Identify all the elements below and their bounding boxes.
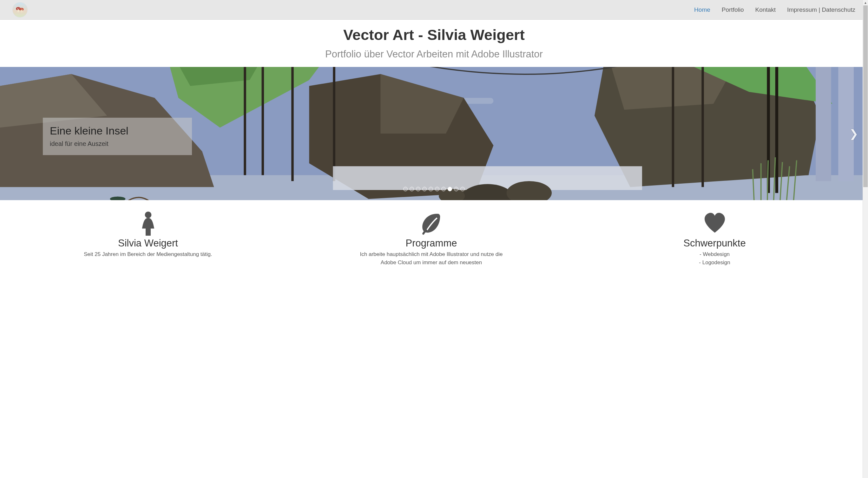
carousel-indicators — [403, 187, 465, 191]
svg-point-4 — [18, 8, 18, 8]
svg-point-7 — [22, 9, 23, 9]
feature-text: Ich arbeite hauptsächlich mit Adobe Illu… — [357, 250, 506, 266]
svg-rect-21 — [333, 67, 335, 181]
carousel-caption: Eine kleine Insel ideal für eine Auszeit — [43, 118, 192, 155]
svg-rect-3 — [21, 10, 23, 12]
scroll-thumb[interactable] — [863, 5, 868, 187]
svg-rect-23 — [702, 67, 704, 187]
svg-rect-22 — [672, 67, 674, 187]
svg-rect-16 — [816, 67, 831, 181]
mushroom-logo-icon — [14, 4, 26, 15]
svg-rect-17 — [838, 67, 854, 181]
leaf-icon — [357, 210, 506, 236]
carousel-indicator-7[interactable] — [447, 187, 452, 191]
heart-icon — [640, 210, 789, 236]
nav-link-label: Impressum | Datenschutz — [787, 6, 855, 13]
feature-text: - Webdesign - Logodesign — [640, 250, 789, 266]
carousel-next-button[interactable]: ❯ — [846, 126, 861, 141]
carousel-indicator-3[interactable] — [422, 187, 427, 191]
scroll-up-arrow-icon[interactable]: ▲ — [863, 0, 868, 5]
svg-rect-18 — [244, 67, 246, 175]
carousel-indicator-5[interactable] — [435, 187, 439, 191]
carousel-indicator-9[interactable] — [460, 187, 465, 191]
svg-rect-20 — [291, 67, 293, 181]
feature-text: Seit 25 Jahren im Bereich der Mediengest… — [73, 250, 223, 258]
nav-link-portfolio[interactable]: Portfolio — [722, 6, 744, 13]
vertical-scrollbar[interactable]: ▲ — [863, 0, 868, 269]
feature-title: Schwerpunkte — [640, 237, 789, 249]
page-title: Vector Art - Silvia Weigert — [0, 26, 868, 43]
carousel-indicator-0[interactable] — [403, 187, 408, 191]
svg-point-48 — [145, 212, 151, 218]
svg-point-6 — [21, 8, 22, 9]
feature-title: Programme — [357, 237, 506, 249]
caption-title: Eine kleine Insel — [50, 125, 185, 137]
feature-columns: Silvia WeigertSeit 25 Jahren im Bereich … — [0, 200, 863, 269]
feature-title: Silvia Weigert — [73, 237, 223, 249]
hero-titles: Vector Art - Silvia Weigert Portfolio üb… — [0, 20, 868, 67]
svg-rect-25 — [775, 67, 778, 193]
nav-link-label: Home — [694, 6, 710, 13]
feature-column-2: Schwerpunkte- Webdesign - Logodesign — [640, 210, 789, 266]
carousel-indicator-8[interactable] — [454, 187, 458, 191]
carousel-indicator-1[interactable] — [410, 187, 414, 191]
chevron-right-icon: ❯ — [849, 127, 858, 140]
carousel-indicator-2[interactable] — [416, 187, 421, 191]
nav-link-home[interactable]: Home — [694, 6, 710, 13]
page-subtitle: Portfolio über Vector Arbeiten mit Adobe… — [0, 49, 868, 60]
svg-point-5 — [19, 8, 19, 8]
feature-column-0: Silvia WeigertSeit 25 Jahren im Bereich … — [73, 210, 223, 266]
carousel-indicator-4[interactable] — [429, 187, 433, 191]
nav-link-label: Kontakt — [755, 6, 775, 13]
feature-column-1: ProgrammeIch arbeite hauptsächlich mit A… — [357, 210, 506, 266]
carousel-indicator-6[interactable] — [441, 187, 446, 191]
svg-rect-1 — [18, 9, 19, 12]
svg-rect-19 — [262, 67, 264, 175]
caption-text: ideal für eine Auszeit — [50, 140, 185, 148]
navbar: HomePortfolioKontaktImpressum | Datensch… — [0, 0, 868, 20]
nav-link-label: Portfolio — [722, 6, 744, 13]
carousel: Eine kleine Insel ideal für eine Auszeit… — [0, 67, 868, 200]
nav-link-kontakt[interactable]: Kontakt — [755, 6, 775, 13]
female-icon — [73, 210, 223, 236]
site-logo[interactable] — [13, 3, 27, 17]
nav-link-impressum-datenschutz[interactable]: Impressum | Datenschutz — [787, 6, 855, 13]
